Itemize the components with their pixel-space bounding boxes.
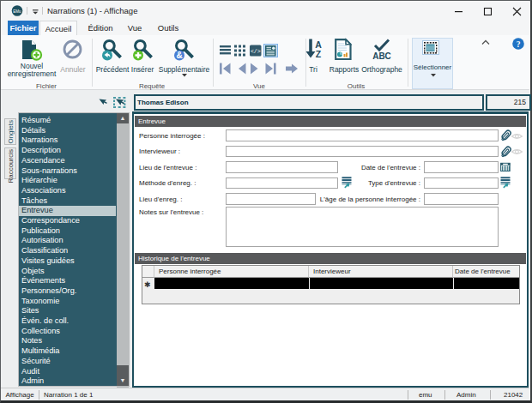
svg-text:Z: Z — [316, 49, 322, 59]
svg-text:EMu: EMu — [13, 9, 21, 14]
svg-text:ABC: ABC — [372, 51, 391, 61]
svg-text:</>: </> — [251, 49, 261, 55]
svg-text:?: ? — [517, 40, 521, 49]
svg-text:&: & — [176, 51, 182, 60]
